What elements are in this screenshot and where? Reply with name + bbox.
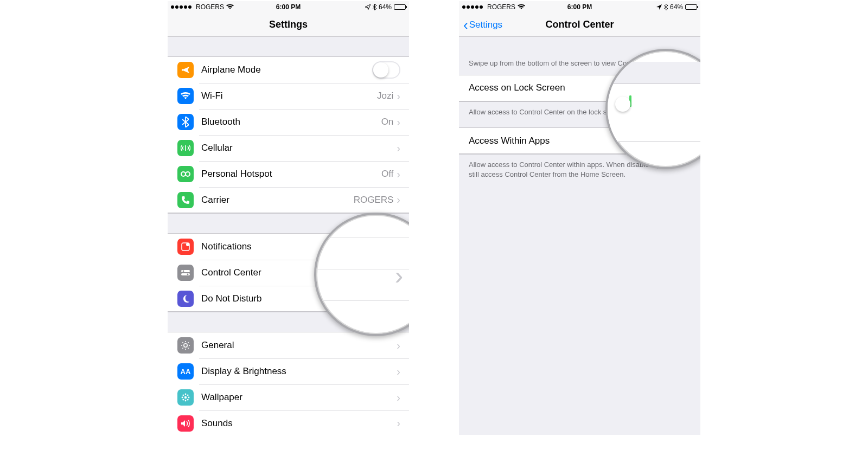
chevron-right-icon: › — [397, 194, 400, 206]
chevron-right-icon: › — [397, 90, 400, 102]
row-label: Personal Hotspot — [201, 169, 381, 179]
carrier-name: ROGERS — [196, 3, 224, 11]
svg-rect-4 — [181, 270, 190, 272]
row-detail: Jozi — [377, 91, 393, 101]
page-title: Settings — [269, 19, 308, 30]
settings-group-connectivity: Airplane Mode Wi-Fi Jozi › Bluetooth On … — [168, 56, 409, 214]
row-detail: Off — [381, 169, 393, 179]
nav-bar: Settings — [168, 13, 409, 37]
page-title: Control Center — [546, 19, 614, 30]
battery-icon — [394, 4, 406, 10]
chevron-right-icon: › — [397, 116, 400, 129]
moon-icon — [177, 291, 194, 307]
back-button[interactable]: ‹ Settings — [463, 20, 502, 30]
svg-point-17 — [184, 396, 187, 399]
row-detail: On — [381, 117, 394, 127]
row-label: Display & Brightness — [201, 366, 397, 377]
status-bar: ROGERS 6:00 PM 64% — [459, 1, 700, 13]
battery-pct: 64% — [670, 3, 683, 11]
phone-icon — [177, 192, 194, 208]
battery-pct: 64% — [379, 3, 392, 11]
airplane-icon — [177, 62, 194, 78]
status-bar: ROGERS 6:00 PM 64% — [168, 1, 409, 13]
svg-point-22 — [182, 394, 184, 396]
svg-point-1 — [186, 172, 190, 176]
row-display-brightness[interactable]: AA Display & Brightness › — [168, 358, 409, 384]
row-detail: ROGERS — [354, 195, 394, 205]
bluetooth-icon — [177, 114, 194, 130]
chevron-right-icon: › — [397, 365, 400, 378]
phone-control-center: ROGERS 6:00 PM 64% ‹ Settings Control Ce… — [459, 1, 700, 435]
zoom-toggle — [629, 95, 631, 107]
svg-point-18 — [185, 394, 187, 395]
bluetooth-icon — [664, 4, 668, 10]
svg-point-25 — [187, 394, 189, 396]
chevron-right-icon: › — [397, 339, 400, 352]
battery-icon — [685, 4, 697, 10]
row-label: Airplane Mode — [201, 65, 372, 75]
row-wifi[interactable]: Wi-Fi Jozi › — [168, 83, 409, 109]
svg-point-20 — [182, 397, 183, 399]
chevron-left-icon: ‹ — [463, 20, 468, 30]
row-label: General — [201, 340, 397, 351]
row-sounds[interactable]: Sounds › — [168, 410, 409, 435]
chevron-right-icon: › — [397, 417, 400, 429]
control-center-icon — [177, 265, 194, 281]
svg-rect-6 — [181, 273, 190, 275]
status-time: 6:00 PM — [276, 3, 301, 11]
row-cellular[interactable]: Cellular › — [168, 135, 409, 161]
location-icon — [365, 4, 371, 10]
row-carrier[interactable]: Carrier ROGERS › — [168, 187, 409, 213]
wallpaper-icon — [177, 389, 194, 406]
svg-line-16 — [188, 342, 189, 343]
svg-point-3 — [186, 243, 189, 246]
hotspot-icon — [177, 166, 194, 182]
svg-point-23 — [187, 399, 189, 401]
notifications-icon — [177, 239, 194, 255]
chevron-right-icon: › — [395, 261, 403, 290]
chevron-right-icon: › — [397, 391, 400, 404]
wifi-icon — [226, 4, 234, 10]
row-wallpaper[interactable]: Wallpaper › — [168, 384, 409, 410]
chevron-right-icon: › — [397, 142, 400, 155]
back-label: Settings — [469, 20, 502, 30]
signal-strength-icon — [462, 5, 483, 9]
row-label: Cellular — [201, 143, 397, 153]
row-label: Wallpaper — [201, 392, 397, 403]
location-icon — [656, 4, 662, 10]
row-label: Bluetooth — [201, 117, 381, 127]
chevron-right-icon: › — [397, 168, 400, 181]
signal-strength-icon — [171, 5, 192, 9]
cellular-icon — [177, 140, 194, 156]
row-bluetooth[interactable]: Bluetooth On › — [168, 109, 409, 135]
status-time: 6:00 PM — [567, 3, 592, 11]
svg-point-8 — [184, 344, 187, 347]
svg-point-24 — [182, 399, 184, 401]
row-label: Carrier — [201, 195, 354, 205]
sounds-icon — [177, 415, 194, 432]
phone-settings: ROGERS 6:00 PM 64% Settings Airplane Mod — [168, 1, 409, 435]
svg-point-21 — [188, 397, 190, 399]
row-personal-hotspot[interactable]: Personal Hotspot Off › — [168, 161, 409, 187]
airplane-toggle[interactable] — [372, 61, 400, 79]
svg-point-5 — [183, 271, 184, 272]
wifi-icon — [518, 4, 525, 10]
svg-point-0 — [181, 172, 186, 176]
row-label: Sounds — [201, 418, 397, 429]
svg-line-13 — [182, 342, 183, 343]
display-icon: AA — [177, 363, 194, 380]
gear-icon — [177, 337, 194, 354]
row-label: Wi-Fi — [201, 91, 377, 101]
wifi-icon — [177, 88, 194, 104]
row-general[interactable]: General › — [168, 332, 409, 358]
carrier-name: ROGERS — [487, 3, 515, 11]
svg-point-7 — [187, 274, 189, 275]
settings-group-personalize: General › AA Display & Brightness › Wall… — [168, 332, 409, 435]
svg-line-15 — [182, 348, 183, 349]
bluetooth-icon — [373, 4, 376, 10]
row-airplane-mode[interactable]: Airplane Mode — [168, 57, 409, 83]
nav-bar: ‹ Settings Control Center — [459, 13, 700, 37]
svg-line-14 — [188, 348, 189, 349]
svg-point-19 — [185, 400, 187, 402]
